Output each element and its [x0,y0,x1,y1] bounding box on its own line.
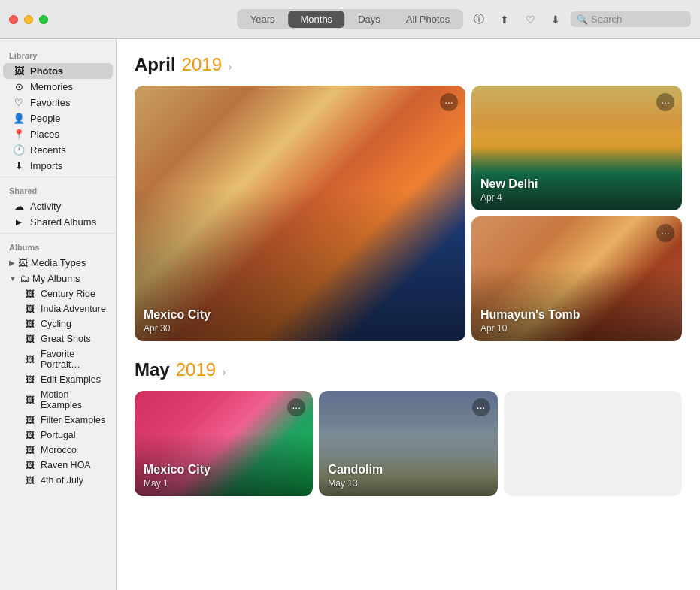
titlebar: Years Months Days All Photos ⓘ ⬆ ♡ ⬇ 🔍 [0,0,700,39]
filter-examples-icon: 🖼 [24,415,36,425]
photo-title: Humayun's Tomb [480,308,580,322]
sidebar-item-label: Favorites [30,97,107,108]
sidebar-item-favorite-portraits[interactable]: 🖼 Favorite Portrait… [3,346,113,372]
sidebar-item-filter-examples[interactable]: 🖼 Filter Examples [3,413,113,428]
great-shots-icon: 🖼 [24,334,36,344]
photo-date: May 1 [144,478,211,489]
sidebar-item-people[interactable]: 👤 People [3,110,113,126]
may-photo-grid: ··· Mexico City May 1 ··· Candolim May 1… [135,391,682,496]
india-adventure-icon: 🖼 [24,304,36,314]
sidebar-item-great-shots[interactable]: 🖼 Great Shots [3,331,113,346]
sidebar-item-motion-examples[interactable]: 🖼 Motion Examples [3,387,113,413]
photo-date: Apr 4 [480,192,538,203]
favorite-portraits-icon: 🖼 [24,354,36,365]
sidebar-item-label: Places [30,129,107,140]
more-button[interactable]: ··· [656,224,674,242]
portugal-icon: 🖼 [24,430,36,440]
section-year: 2019 [176,359,216,380]
more-button[interactable]: ··· [472,398,490,416]
photo-card-mexico-city-may[interactable]: ··· Mexico City May 1 [135,391,313,496]
albums-section-label: Albums [0,237,116,255]
photo-title: New Delhi [480,177,538,191]
info-button[interactable]: ⓘ [468,9,489,30]
sidebar-item-raven-hoa[interactable]: 🖼 Raven HOA [3,458,113,473]
april-photo-grid: ··· Mexico City Apr 30 ··· New Delhi Apr… [135,86,682,341]
sidebar-item-activity[interactable]: ☁ Activity [3,198,113,214]
photo-date: Apr 10 [480,323,580,334]
sidebar: Library 🖼 Photos ⊙ Memories ♡ Favorites … [0,39,117,590]
search-box[interactable]: 🔍 [571,11,691,27]
shared-albums-icon: ▶ [12,218,26,226]
sidebar-item-label: My Albums [32,273,80,284]
sidebar-item-label: Shared Albums [30,216,107,228]
sidebar-item-media-types[interactable]: ▶ 🖼 Media Types [3,255,113,271]
sidebar-item-label: Photos [30,65,107,77]
sidebar-item-label: Recents [30,144,107,156]
people-icon: 👤 [12,113,26,124]
favorite-button[interactable]: ♡ [520,9,541,30]
imports-icon: ⬇ [12,160,26,171]
library-section-label: Library [0,45,116,63]
sidebar-item-label: Morocco [41,445,77,455]
sidebar-item-label: Cycling [41,319,71,329]
sidebar-item-shared-albums[interactable]: ▶ Shared Albums [3,214,113,230]
sidebar-item-places[interactable]: 📍 Places [3,126,113,142]
sidebar-item-imports[interactable]: ⬇ Imports [3,158,113,174]
sidebar-item-recents[interactable]: 🕐 Recents [3,142,113,158]
more-button[interactable]: ··· [656,93,674,111]
sidebar-item-morocco[interactable]: 🖼 Morocco [3,443,113,458]
sidebar-item-edit-examples[interactable]: 🖼 Edit Examples [3,372,113,387]
photo-card-candolim[interactable]: ··· Candolim May 13 [319,391,497,496]
view-tabs: Years Months Days All Photos [237,9,464,29]
photos-icon: 🖼 [12,65,26,77]
sidebar-item-photos[interactable]: 🖼 Photos [3,63,113,79]
sidebar-item-label: Century Ride [41,289,95,299]
close-button[interactable] [9,15,18,24]
sidebar-item-label: Raven HOA [41,460,91,470]
raven-hoa-icon: 🖼 [24,460,36,470]
maximize-button[interactable] [39,15,48,24]
photo-date: May 13 [328,478,383,489]
sidebar-item-label: India Adventure [41,304,106,314]
minimize-button[interactable] [24,15,33,24]
century-ride-icon: 🖼 [24,289,36,299]
sidebar-item-portugal[interactable]: 🖼 Portugal [3,428,113,443]
sidebar-item-label: Imports [30,160,107,171]
app-body: Library 🖼 Photos ⊙ Memories ♡ Favorites … [0,39,700,590]
share-button[interactable]: ⬆ [494,9,515,30]
tab-months[interactable]: Months [288,11,344,28]
sidebar-item-memories[interactable]: ⊙ Memories [3,79,113,95]
photo-title: Mexico City [144,463,211,477]
export-button[interactable]: ⬇ [545,9,566,30]
photo-card-mexico-city-apr[interactable]: ··· Mexico City Apr 30 [135,86,465,341]
sidebar-item-label: People [30,113,107,124]
sidebar-divider-2 [0,233,116,234]
sidebar-item-favorites[interactable]: ♡ Favorites [3,95,113,110]
media-types-icon: 🖼 [18,257,28,268]
chevron-down-icon: ▼ [9,274,17,283]
photo-card-humayuns-tomb[interactable]: ··· Humayun's Tomb Apr 10 [471,216,682,341]
tab-days[interactable]: Days [346,11,392,28]
places-icon: 📍 [12,129,26,140]
more-button[interactable]: ··· [440,93,458,111]
morocco-icon: 🖼 [24,445,36,455]
sidebar-item-my-albums[interactable]: ▼ 🗂 My Albums [3,271,113,286]
photo-title: Candolim [328,463,383,477]
sidebar-item-cycling[interactable]: 🖼 Cycling [3,316,113,331]
tab-years[interactable]: Years [238,11,287,28]
photo-title: Mexico City [144,308,211,322]
sidebar-item-label: Favorite Portrait… [41,349,107,370]
sidebar-item-india-adventure[interactable]: 🖼 India Adventure [3,301,113,316]
photo-card-new-delhi[interactable]: ··· New Delhi Apr 4 [471,86,682,210]
section-month: April [135,54,176,75]
my-albums-icon: 🗂 [20,273,29,284]
tab-all-photos[interactable]: All Photos [394,11,462,28]
photo-info: Humayun's Tomb Apr 10 [471,299,589,341]
sidebar-item-4th-of-july[interactable]: 🖼 4th of July [3,473,113,488]
activity-icon: ☁ [12,201,26,212]
sidebar-item-century-ride[interactable]: 🖼 Century Ride [3,286,113,301]
cycling-icon: 🖼 [24,319,36,329]
sidebar-item-label: Memories [30,81,107,92]
chevron-right-icon: › [222,365,226,379]
search-input[interactable] [591,14,685,25]
